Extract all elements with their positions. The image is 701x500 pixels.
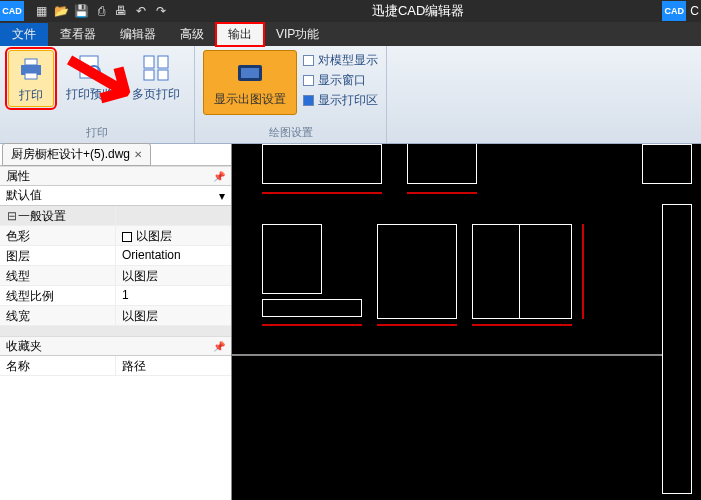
saveas-icon[interactable]: ⎙	[92, 2, 110, 20]
ribbon-group-drawing: 显示出图设置 对模型显示 显示窗口 显示打印区 绘图设置	[195, 46, 387, 143]
svg-rect-2	[25, 73, 37, 79]
drawing-group-title: 绘图设置	[269, 124, 313, 141]
show-drawing-settings-button[interactable]: 显示出图设置	[203, 50, 297, 115]
menu-bar: 文件 查看器 编辑器 高级 输出 VIP功能	[0, 22, 701, 46]
document-tab[interactable]: 厨房橱柜设计+(5).dwg ✕	[2, 143, 151, 166]
multipage-print-button[interactable]: 多页打印	[126, 50, 186, 105]
menu-vip[interactable]: VIP功能	[264, 23, 331, 46]
favorites-header: 收藏夹 📌	[0, 336, 231, 356]
app-logo-left: CAD	[0, 1, 24, 21]
default-dropdown[interactable]: 默认值 ▾	[0, 186, 231, 206]
opt-show-printarea[interactable]: 显示打印区	[303, 92, 378, 109]
title-bar: CAD ▦ 📂 💾 ⎙ 🖶 ↶ ↷ 迅捷CAD编辑器 CAD C	[0, 0, 701, 22]
favorites-columns: 名称 路径	[0, 356, 231, 376]
content-area: 厨房橱柜设计+(5).dwg ✕ 属性 📌 默认值 ▾ ⊟一般设置 色彩以图层 …	[0, 144, 701, 500]
menu-editor[interactable]: 编辑器	[108, 23, 168, 46]
pin-icon[interactable]: 📌	[213, 341, 225, 352]
svg-rect-11	[241, 68, 259, 78]
prop-row-lineweight[interactable]: 线宽以图层	[0, 306, 231, 326]
print-label: 打印	[19, 87, 43, 104]
tab-label: 厨房橱柜设计+(5).dwg	[11, 146, 130, 163]
opt-show-window[interactable]: 显示窗口	[303, 72, 378, 89]
save-icon[interactable]: 💾	[72, 2, 90, 20]
multipage-icon	[140, 52, 172, 84]
show-drawing-label: 显示出图设置	[214, 91, 286, 108]
properties-header: 属性 📌	[0, 166, 231, 186]
preview-icon	[74, 52, 106, 84]
prop-row-linescale[interactable]: 线型比例1	[0, 286, 231, 306]
print-icon[interactable]: 🖶	[112, 2, 130, 20]
redo-icon[interactable]: ↷	[152, 2, 170, 20]
preview-label: 打印预览	[66, 86, 114, 103]
menu-output[interactable]: 输出	[216, 23, 264, 46]
left-panel: 厨房橱柜设计+(5).dwg ✕ 属性 📌 默认值 ▾ ⊟一般设置 色彩以图层 …	[0, 144, 232, 500]
svg-line-5	[98, 76, 103, 81]
drawing-options: 对模型显示 显示窗口 显示打印区	[303, 50, 378, 109]
undo-icon[interactable]: ↶	[132, 2, 150, 20]
app-title: 迅捷CAD编辑器	[174, 2, 662, 20]
favorites-title: 收藏夹	[6, 338, 42, 355]
new-icon[interactable]: ▦	[32, 2, 50, 20]
close-icon[interactable]: ✕	[134, 149, 142, 160]
prop-row-color[interactable]: 色彩以图层	[0, 226, 231, 246]
menu-advanced[interactable]: 高级	[168, 23, 216, 46]
checkbox-icon	[303, 55, 314, 66]
printer-icon	[15, 53, 47, 85]
ribbon: 打印 打印预览 多页打印 打印 显示出图设置 对模型显示 显示窗口 显示打印区	[0, 46, 701, 144]
quick-toolbar: ▦ 📂 💾 ⎙ 🖶 ↶ ↷	[28, 2, 174, 20]
menu-viewer[interactable]: 查看器	[48, 23, 108, 46]
open-icon[interactable]: 📂	[52, 2, 70, 20]
properties-title: 属性	[6, 168, 30, 185]
menu-file[interactable]: 文件	[0, 23, 48, 46]
multipage-label: 多页打印	[132, 86, 180, 103]
print-button[interactable]: 打印	[8, 50, 54, 107]
drawing-canvas[interactable]	[232, 144, 701, 500]
svg-rect-6	[144, 56, 154, 68]
svg-rect-9	[158, 70, 168, 80]
favorites-body	[0, 376, 231, 500]
ribbon-group-print: 打印 打印预览 多页打印 打印	[0, 46, 195, 143]
svg-rect-7	[158, 56, 168, 68]
print-group-title: 打印	[86, 124, 108, 141]
print-preview-button[interactable]: 打印预览	[60, 50, 120, 105]
checkbox-icon	[303, 75, 314, 86]
show-drawing-icon	[234, 57, 266, 89]
app-logo-right: CAD	[662, 1, 686, 21]
prop-row-layer[interactable]: 图层Orientation	[0, 246, 231, 266]
checkbox-icon	[303, 95, 314, 106]
title-right-text: C	[690, 4, 699, 18]
collapse-icon: ⊟	[6, 209, 18, 223]
svg-rect-1	[25, 59, 37, 65]
svg-rect-8	[144, 70, 154, 80]
chevron-down-icon: ▾	[219, 189, 225, 203]
document-tabs: 厨房橱柜设计+(5).dwg ✕	[0, 144, 231, 166]
pin-icon[interactable]: 📌	[213, 171, 225, 182]
color-swatch-icon	[122, 232, 132, 242]
general-settings-header[interactable]: ⊟一般设置	[0, 206, 231, 226]
prop-row-linetype[interactable]: 线型以图层	[0, 266, 231, 286]
opt-model-display[interactable]: 对模型显示	[303, 52, 378, 69]
